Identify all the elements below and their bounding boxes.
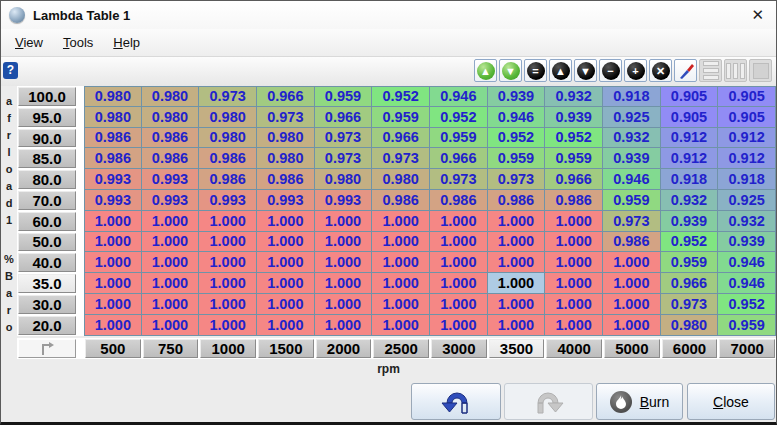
table-cell[interactable]: 0.918 <box>718 169 776 190</box>
table-cell[interactable]: 0.959 <box>488 148 546 169</box>
table-cell[interactable]: 0.986 <box>488 190 546 211</box>
set-equal-button[interactable]: = <box>524 59 547 82</box>
row-header[interactable]: 50.0 <box>18 233 76 252</box>
table-cell[interactable]: 1.000 <box>142 211 200 232</box>
table-cell[interactable]: 0.918 <box>661 169 719 190</box>
table-cell[interactable]: 1.000 <box>199 232 257 253</box>
table-cell[interactable]: 1.000 <box>430 315 488 336</box>
row-header[interactable]: 30.0 <box>18 295 76 314</box>
table-cell[interactable]: 0.905 <box>718 107 776 128</box>
table-cell[interactable]: 0.925 <box>603 107 661 128</box>
undo-button[interactable] <box>411 383 501 420</box>
table-cell[interactable]: 0.939 <box>603 148 661 169</box>
table-cell[interactable]: 0.959 <box>718 315 776 336</box>
column-header[interactable]: 500 <box>85 339 141 358</box>
table-cell[interactable]: 0.939 <box>718 232 776 253</box>
table-cell[interactable]: 1.000 <box>488 315 546 336</box>
scale-down-button[interactable]: ▼ <box>499 59 522 82</box>
column-header[interactable]: 2500 <box>373 339 429 358</box>
column-header[interactable]: 1000 <box>200 339 256 358</box>
edit-cell-button[interactable] <box>674 59 697 82</box>
table-cell[interactable]: 1.000 <box>315 294 373 315</box>
table-cell[interactable]: 1.000 <box>372 211 430 232</box>
table-cell[interactable]: 0.980 <box>372 169 430 190</box>
table-cell[interactable]: 1.000 <box>315 315 373 336</box>
table-cell[interactable]: 0.946 <box>603 169 661 190</box>
table-cell[interactable]: 0.973 <box>315 128 373 149</box>
table-cell[interactable]: 1.000 <box>430 273 488 294</box>
table-cell[interactable]: 0.980 <box>84 107 142 128</box>
burn-button[interactable]: Burn <box>596 383 683 420</box>
table-cell[interactable]: 0.980 <box>315 169 373 190</box>
help-icon[interactable]: ? <box>3 62 18 79</box>
table-cell[interactable]: 1.000 <box>142 273 200 294</box>
table-cell[interactable]: 1.000 <box>488 294 546 315</box>
row-header[interactable]: 35.0 <box>18 274 76 293</box>
table-cell[interactable]: 0.959 <box>603 190 661 211</box>
table-cell[interactable]: 0.905 <box>661 86 719 107</box>
table-cell[interactable]: 0.993 <box>84 169 142 190</box>
table-cell[interactable]: 0.912 <box>718 128 776 149</box>
row-header[interactable]: 95.0 <box>18 108 76 127</box>
table-cell[interactable]: 0.993 <box>199 190 257 211</box>
table-cell[interactable]: 1.000 <box>603 294 661 315</box>
table-cell[interactable]: 0.905 <box>661 107 719 128</box>
menu-item-tools[interactable]: Tools <box>53 31 103 54</box>
menu-item-help[interactable]: Help <box>103 31 150 54</box>
table-cell[interactable]: 0.973 <box>372 148 430 169</box>
table-cell[interactable]: 0.973 <box>315 148 373 169</box>
table-cell[interactable]: 0.966 <box>545 169 603 190</box>
table-cell[interactable]: 0.973 <box>430 169 488 190</box>
row-header[interactable]: 85.0 <box>18 149 76 168</box>
table-cell[interactable]: 1.000 <box>142 294 200 315</box>
table-cell[interactable]: 0.973 <box>257 107 315 128</box>
table-cell[interactable]: 0.993 <box>84 190 142 211</box>
table-cell[interactable]: 0.980 <box>257 128 315 149</box>
table-cell[interactable]: 0.986 <box>430 190 488 211</box>
table-cell[interactable]: 0.986 <box>603 232 661 253</box>
row-header[interactable]: 40.0 <box>18 253 76 272</box>
row-header[interactable]: 20.0 <box>18 316 76 335</box>
increase-button[interactable]: + <box>624 59 647 82</box>
table-cell[interactable]: 0.952 <box>545 128 603 149</box>
table-cell[interactable]: 0.952 <box>488 128 546 149</box>
table-cell[interactable]: 0.952 <box>661 232 719 253</box>
table-cell[interactable]: 0.986 <box>199 169 257 190</box>
menu-item-view[interactable]: View <box>5 31 53 54</box>
table-cell[interactable]: 1.000 <box>545 211 603 232</box>
table-cell[interactable]: 0.912 <box>718 148 776 169</box>
table-cell[interactable]: 0.993 <box>315 190 373 211</box>
table-cell[interactable]: 0.939 <box>488 86 546 107</box>
column-header[interactable]: 6000 <box>662 339 718 358</box>
table-cell[interactable]: 1.000 <box>315 232 373 253</box>
table-cell[interactable]: 1.000 <box>430 232 488 253</box>
row-header[interactable]: 70.0 <box>18 191 76 210</box>
close-button[interactable]: Close <box>687 383 775 420</box>
table-cell[interactable]: 1.000 <box>488 232 546 253</box>
table-cell[interactable]: 1.000 <box>142 252 200 273</box>
table-cell[interactable]: 0.952 <box>430 107 488 128</box>
table-cell[interactable]: 1.000 <box>199 211 257 232</box>
scale-up-button[interactable]: ▲ <box>474 59 497 82</box>
table-cell[interactable]: 0.993 <box>142 169 200 190</box>
table-cell[interactable]: 0.986 <box>545 190 603 211</box>
table-cell[interactable]: 0.980 <box>661 315 719 336</box>
table-cell[interactable]: 0.952 <box>718 294 776 315</box>
table-cell[interactable]: 1.000 <box>603 273 661 294</box>
column-header[interactable]: 750 <box>143 339 199 358</box>
increment-button[interactable]: ▲ <box>549 59 572 82</box>
table-cell[interactable]: 0.973 <box>199 86 257 107</box>
column-header[interactable]: 5000 <box>604 339 660 358</box>
table-cell[interactable]: 0.932 <box>718 211 776 232</box>
table-cell[interactable]: 1.000 <box>315 252 373 273</box>
table-cell[interactable]: 1.000 <box>257 232 315 253</box>
column-header[interactable]: 7000 <box>719 339 775 358</box>
table-cell[interactable]: 0.939 <box>661 211 719 232</box>
table-cell[interactable]: 0.986 <box>199 148 257 169</box>
row-header[interactable]: 90.0 <box>18 129 76 148</box>
table-cell[interactable]: 0.939 <box>545 107 603 128</box>
table-cell[interactable]: 1.000 <box>84 315 142 336</box>
table-cell[interactable]: 1.000 <box>545 252 603 273</box>
table-cell[interactable]: 0.973 <box>603 211 661 232</box>
table-cell[interactable]: 1.000 <box>545 315 603 336</box>
